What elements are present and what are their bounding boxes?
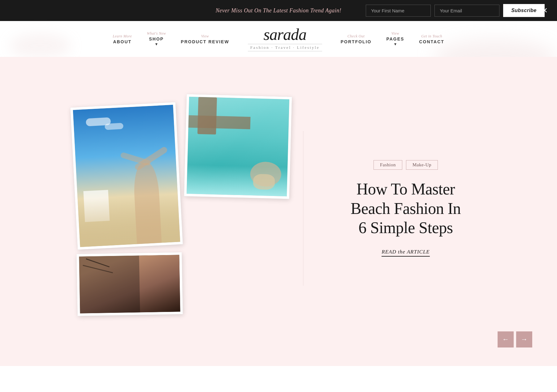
nav-pages[interactable]: View PAGES ▼ [386, 31, 404, 47]
nav-contact-hint: Get in Touch [421, 34, 442, 39]
site-logo[interactable]: sarada Fashion · Travel · Lifestyle [248, 27, 322, 51]
next-arrow-button[interactable]: → [516, 331, 532, 347]
logo-tagline: Fashion · Travel · Lifestyle [248, 44, 322, 51]
watercolor-decor-left [9, 33, 71, 58]
banner-text: Never Miss Out On The Latest Fashion Tre… [216, 7, 342, 14]
tag-row: Fashion Make-Up [373, 160, 438, 170]
nav-shop-hint: What's New [147, 31, 166, 36]
nav-portfolio-hint: Check Out [348, 34, 365, 39]
prev-arrow-button[interactable]: ← [498, 331, 514, 347]
photo-teal-water [184, 94, 292, 199]
nav-shop-label: SHOP [149, 36, 164, 41]
carousel-arrows: ← → [498, 331, 532, 347]
logo-text: sarada [263, 27, 306, 43]
nav-product-label: PRODUCT REVIEW [181, 39, 229, 44]
close-banner-button[interactable]: ✕ [542, 7, 548, 14]
nav-shop-arrow: ▼ [154, 42, 158, 47]
hero-title: How To Master Beach Fashion In 6 Simple … [347, 180, 464, 237]
nav-right: Check Out PORTFOLIO View PAGES ▼ Get in … [341, 31, 444, 47]
nav-contact[interactable]: Get in Touch CONTACT [419, 34, 444, 44]
nav-pages-label: PAGES [386, 36, 404, 41]
nav-product-review[interactable]: View PRODUCT REVIEW [181, 34, 229, 44]
nav-product-hint: View [201, 34, 209, 39]
nav-shop[interactable]: What's New SHOP ▼ [147, 31, 166, 47]
email-input[interactable] [434, 5, 499, 17]
photo-dark-swim [76, 252, 183, 316]
tag-fashion[interactable]: Fashion [373, 160, 402, 170]
photo-beach-main [70, 102, 183, 249]
banner-form: Subscribe [366, 4, 545, 17]
nav-pages-arrow: ▼ [393, 42, 397, 47]
nav-about-hint: Learn More [113, 34, 132, 39]
first-name-input[interactable] [366, 5, 431, 17]
hero-content: Fashion Make-Up How To Master Beach Fash… [328, 148, 483, 269]
nav-about-label: ABOUT [113, 39, 132, 44]
nav-portfolio[interactable]: Check Out PORTFOLIO [341, 34, 372, 44]
nav-left: Learn More ABOUT What's New SHOP ▼ View … [113, 31, 229, 47]
hero-section: Fashion Make-Up How To Master Beach Fash… [0, 57, 557, 366]
nav-portfolio-label: PORTFOLIO [341, 39, 372, 44]
divider [303, 131, 304, 286]
subscribe-button[interactable]: Subscribe [503, 4, 545, 17]
read-article-link[interactable]: READ the ARTICLE [382, 249, 430, 257]
nav-about[interactable]: Learn More ABOUT [113, 34, 132, 44]
top-banner: Never Miss Out On The Latest Fashion Tre… [0, 0, 557, 21]
nav-contact-label: CONTACT [419, 39, 444, 44]
photo-collage [74, 96, 297, 330]
nav-pages-hint: View [391, 31, 399, 36]
navbar: Learn More ABOUT What's New SHOP ▼ View … [0, 21, 557, 57]
tag-makeup[interactable]: Make-Up [406, 160, 438, 170]
